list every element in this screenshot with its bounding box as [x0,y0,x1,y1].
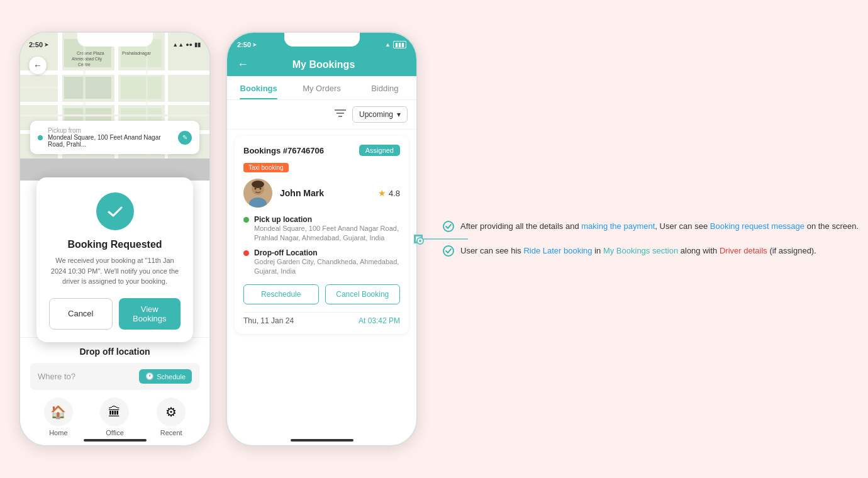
home-label: Home [49,429,67,436]
battery-icon-2: ▮▮▮ [393,41,406,48]
phone-notch-2 [284,33,360,47]
star-icon: ★ [378,188,386,198]
location-icon-1: ➤ [44,42,49,48]
connector-dot [414,235,423,243]
office-icon: 🏛 [100,397,129,426]
home-indicator-1 [84,439,147,442]
modal-title: Booking Requested [49,239,181,250]
tab-my-orders[interactable]: My Orders [290,76,353,99]
pickup-title: Pick up location [254,215,400,224]
svg-point-28 [255,188,257,190]
cancel-booking-button[interactable]: Cancel Booking [325,284,401,304]
booking-time: At 03:42 PM [359,316,400,325]
modal-success-icon [96,192,134,230]
back-button-2[interactable]: ← [237,58,248,71]
connector-line [418,238,468,240]
booking-modal: Booking Requested We received your booki… [36,177,193,342]
dropoff-row: Drop-off Location Godrej Garden City, Ch… [243,248,400,277]
phone-notch-1 [77,33,153,47]
quick-loc-home[interactable]: 🏠 Home [44,397,73,436]
status-icons-1: ▲▲ ●● ▮▮ [172,42,201,48]
chevron-down-icon: ▾ [397,110,401,119]
annotation-text-2: User can see his Ride Later booking in M… [460,245,816,258]
phones-container: Crowne Plaza Ahmedabad City Centre Praha… [0,19,437,459]
filter-row: Upcoming ▾ [227,100,416,130]
booking-number: Bookings #76746706 [243,146,324,155]
edit-icon[interactable]: ✎ [178,131,192,145]
home-indicator-2 [291,439,353,442]
recent-icon: ⚙ [157,397,186,426]
recent-label: Recent [160,429,182,436]
schedule-button[interactable]: 🕐 Schedule [139,369,192,384]
pickup-dot [38,135,43,140]
driver-name: John Mark [280,188,324,198]
tab-bidding[interactable]: Bidding [353,76,416,99]
svg-rect-10 [121,77,162,99]
pickup-info-card: Pick up location Mondeal Square, 100 Fee… [254,215,400,243]
home-icon: 🏠 [44,397,73,426]
signal-icon-2: ▲ [385,42,391,48]
svg-rect-16 [20,86,58,89]
annotation-text-1: After providing all the details and maki… [460,220,859,233]
pickup-info: Pickup from Mondeal Square, 100 Feet Ana… [48,127,178,148]
svg-point-26 [252,181,264,188]
dropoff-title: Drop off location [30,347,199,357]
phone-2: 2:50 ➤ ▲ ▮▮▮ ← My Bookings Bookings My O… [226,31,418,447]
cancel-button[interactable]: Cancel [49,298,113,330]
booking-date: Thu, 11 Jan 24 [243,316,294,325]
pickup-row: Pick up location Mondeal Square, 100 Fee… [243,215,400,243]
annotation-check-1 [443,221,454,232]
annotation-check-2 [443,245,454,257]
reschedule-button[interactable]: Reschedule [243,284,319,304]
pickup-card: Pickup from Mondeal Square, 100 Feet Ana… [30,121,199,154]
battery-icon: ▮▮ [194,42,201,48]
booking-card-header: Bookings #76746706 Assigned [243,145,400,156]
tabs-bar: Bookings My Orders Bidding [227,76,416,100]
pickup-address: Mondeal Square, 100 Feet Anand Nagar Roa… [48,134,178,148]
driver-avatar [243,179,272,208]
svg-rect-17 [20,114,209,116]
booking-footer: Thu, 11 Jan 24 At 03:42 PM [243,312,400,325]
annotation-container: After providing all the details and maki… [437,220,868,258]
back-arrow-icon: ← [33,60,42,70]
assigned-badge: Assigned [359,145,400,156]
header-title: My Bookings [256,59,391,70]
dropoff-title-card: Drop-off Location [254,248,400,257]
office-label: Office [106,429,124,436]
dropoff-section: Drop off location Where to? 🕐 Schedule 🏠… [20,337,209,445]
quick-loc-office[interactable]: 🏛 Office [100,397,129,436]
tab-bookings[interactable]: Bookings [227,76,290,99]
driver-rating: ★ 4.8 [378,188,400,198]
where-to-bar[interactable]: Where to? 🕐 Schedule [30,363,199,390]
checkmark-svg [106,202,125,221]
signal-icon: ●● [186,42,192,48]
annotation-item-1: After providing all the details and maki… [443,220,859,233]
annotation-item-2: User can see his Ride Later booking in M… [443,245,859,258]
phone-1: Crowne Plaza Ahmedabad City Centre Praha… [19,31,211,447]
modal-description: We received your booking at "11th Jan 20… [49,255,181,287]
map-area: Crowne Plaza Ahmedabad City Centre Praha… [20,33,209,158]
clock-icon: 🕐 [145,372,154,381]
pickup-label: Pickup from [48,127,178,134]
quick-locations: 🏠 Home 🏛 Office ⚙ Recent [30,397,199,436]
green-dot [243,217,249,223]
status-icons-2: ▲ ▮▮▮ [385,41,406,48]
dropoff-info-card: Drop-off Location Godrej Garden City, Ch… [254,248,400,277]
wifi-icon: ▲▲ [172,42,184,48]
back-button-1[interactable]: ← [29,57,47,74]
header-top: ← My Bookings [237,53,406,76]
dropoff-address-card: Godrej Garden City, Chandkheda, Ahmedaba… [254,257,400,277]
location-icon-2: ➤ [252,42,257,48]
action-buttons: Reschedule Cancel Booking [243,284,400,304]
taxi-badge: Taxi booking [243,163,289,172]
modal-buttons: Cancel View Bookings [49,298,181,330]
driver-row: John Mark ★ 4.8 [243,179,400,208]
svg-text:Ahmedabad City: Ahmedabad City [72,57,103,62]
svg-point-32 [419,240,421,242]
svg-rect-9 [64,77,111,99]
svg-point-29 [260,188,262,190]
filter-icon[interactable] [335,109,346,120]
upcoming-dropdown[interactable]: Upcoming ▾ [352,106,408,123]
quick-loc-recent[interactable]: ⚙ Recent [157,397,186,436]
view-bookings-button[interactable]: View Bookings [119,298,181,330]
